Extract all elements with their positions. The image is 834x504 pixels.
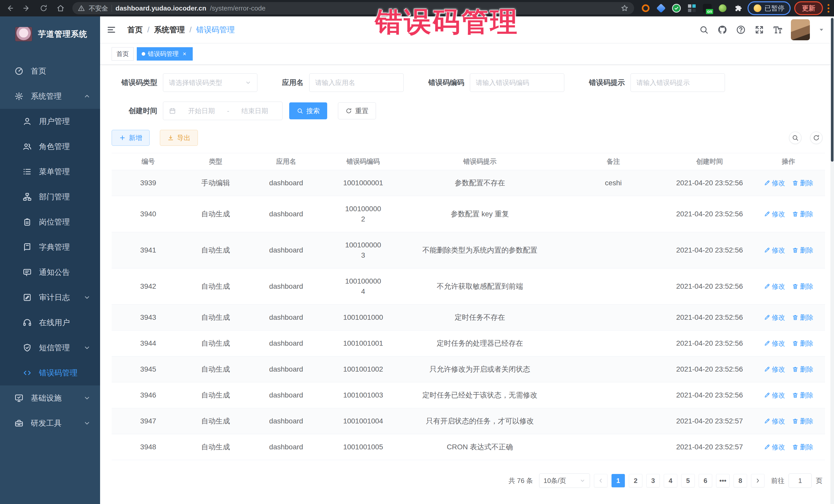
sidebar-menu-item[interactable]: 岗位管理 (0, 210, 100, 235)
sidebar-menu-item[interactable]: 系统管理 (0, 84, 100, 109)
page-scrollbar[interactable] (830, 17, 834, 504)
search-button[interactable]: 搜索 (289, 103, 327, 119)
page-number-button[interactable]: 3 (646, 474, 660, 487)
toggle-search-button[interactable] (789, 132, 802, 144)
delete-link[interactable]: 删除 (792, 338, 813, 349)
edit-link[interactable]: 修改 (764, 209, 785, 219)
export-button[interactable]: 导出 (160, 130, 198, 146)
help-icon[interactable] (736, 24, 746, 35)
menu-item-label: 首页 (31, 66, 46, 76)
edit-link[interactable]: 修改 (764, 281, 785, 291)
avatar-caret-icon[interactable] (817, 26, 825, 34)
sidebar-menu-item[interactable]: 首页 (0, 59, 100, 84)
prev-page-button[interactable] (594, 474, 608, 487)
delete-link[interactable]: 删除 (792, 416, 813, 426)
error-type-select[interactable]: 请选择错误码类型 (163, 73, 257, 92)
sidebar-menu-item[interactable]: 通知公告 (0, 260, 100, 285)
app-logo-row[interactable]: 芋道管理系统 (0, 17, 100, 52)
browser-menu-icon[interactable] (828, 4, 829, 13)
address-bar[interactable]: 不安全 dashboard.yudao.iocoder.cn/system/er… (72, 2, 634, 14)
end-date-placeholder: 结束日期 (233, 107, 277, 115)
edit-link[interactable]: 修改 (764, 442, 785, 452)
breadcrumb-item[interactable]: 首页 (127, 25, 143, 35)
sidebar-collapse-icon[interactable] (106, 24, 117, 36)
cell-actions: 修改 删除 (752, 330, 825, 356)
sidebar-menu-item[interactable]: 在线用户 (0, 310, 100, 335)
sidebar-menu-item[interactable]: 菜单管理 (0, 159, 100, 184)
github-icon[interactable] (717, 24, 728, 35)
date-range-picker[interactable]: 开始日期 - 结束日期 (163, 102, 283, 120)
extension-gem-icon[interactable] (656, 3, 666, 13)
edit-link[interactable]: 修改 (764, 245, 785, 255)
extension-tampermonkey-icon[interactable]: on (702, 3, 712, 13)
extension-ring-icon[interactable] (641, 3, 651, 13)
page-number-button[interactable]: ••• (716, 474, 729, 487)
delete-link[interactable]: 删除 (792, 178, 813, 188)
app-name-input[interactable]: 请输入应用名 (309, 73, 404, 92)
paused-extension-pill[interactable]: 已暂停 (749, 2, 790, 14)
font-size-icon[interactable] (772, 24, 783, 35)
page-number-button[interactable]: 4 (664, 474, 677, 487)
sidebar-menu-item[interactable]: 角色管理 (0, 134, 100, 159)
refresh-table-button[interactable] (810, 132, 822, 144)
sidebar-menu-item[interactable]: 研发工具 (0, 411, 100, 436)
cell-time: 2021-04-20 23:52:56 (667, 330, 752, 356)
sidebar-menu-item[interactable]: 审计日志 (0, 285, 100, 310)
next-page-button[interactable] (751, 474, 765, 487)
cell-actions: 修改 删除 (752, 305, 825, 330)
tab-close-icon[interactable]: × (181, 50, 188, 57)
cell-code: 1001001003 (326, 382, 400, 408)
edit-link[interactable]: 修改 (764, 312, 785, 323)
page-number-button[interactable]: 8 (734, 474, 747, 487)
extensions-puzzle-icon[interactable] (733, 3, 743, 13)
page-number-button[interactable]: 1 (612, 474, 625, 487)
sidebar-menu-item[interactable]: 错误码管理 (0, 360, 100, 386)
fullscreen-icon[interactable] (754, 24, 765, 35)
sidebar-menu-item[interactable]: 基础设施 (0, 386, 100, 411)
delete-link[interactable]: 删除 (792, 245, 813, 255)
error-code-input[interactable]: 请输入错误码编码 (470, 73, 564, 92)
extension-grid-icon[interactable] (687, 3, 697, 13)
browser-update-button[interactable]: 更新 (795, 2, 822, 14)
sidebar-menu-item[interactable]: 用户管理 (0, 109, 100, 134)
browser-forward-button[interactable] (22, 3, 32, 13)
browser-reload-button[interactable] (39, 3, 49, 13)
breadcrumb-item[interactable]: 错误码管理 (196, 25, 235, 35)
extension-key-icon[interactable] (718, 3, 727, 13)
reset-button[interactable]: 重置 (338, 103, 376, 119)
edit-link[interactable]: 修改 (764, 178, 785, 188)
sidebar-menu-item[interactable]: 短信管理 (0, 335, 100, 360)
delete-link[interactable]: 删除 (792, 390, 813, 400)
cell-code: 1001001000 (326, 305, 400, 330)
scrollbar-thumb[interactable] (831, 18, 833, 162)
extension-green-check-icon[interactable] (672, 3, 681, 13)
page-number-button[interactable]: 5 (681, 474, 695, 487)
table-row: 3941 自动生成 dashboard 100100000 3 不能删除类型为系… (112, 232, 825, 268)
header-search-icon[interactable] (699, 24, 709, 35)
delete-link[interactable]: 删除 (792, 209, 813, 219)
edit-link[interactable]: 修改 (764, 338, 785, 349)
error-msg-input[interactable]: 请输入错误码提示 (631, 73, 725, 92)
edit-link[interactable]: 修改 (764, 390, 785, 400)
user-avatar[interactable] (791, 19, 810, 40)
delete-link[interactable]: 删除 (792, 364, 813, 374)
goto-page-input[interactable] (789, 474, 812, 488)
browser-back-button[interactable] (5, 3, 15, 13)
add-button[interactable]: 新增 (112, 130, 150, 146)
delete-link[interactable]: 删除 (792, 312, 813, 323)
page-size-value: 10条/页 (544, 476, 577, 485)
delete-link[interactable]: 删除 (792, 442, 813, 452)
page-number-button[interactable]: 2 (629, 474, 642, 487)
browser-home-button[interactable] (56, 3, 66, 13)
edit-link[interactable]: 修改 (764, 364, 785, 374)
page-tab[interactable]: 错误码管理 × (137, 47, 193, 61)
page-tab[interactable]: 首页 × (112, 47, 134, 61)
page-number-button[interactable]: 6 (699, 474, 712, 487)
delete-link[interactable]: 删除 (792, 281, 813, 291)
sidebar-menu-item[interactable]: 字典管理 (0, 235, 100, 260)
edit-link[interactable]: 修改 (764, 416, 785, 426)
sidebar-menu-item[interactable]: 部门管理 (0, 184, 100, 210)
page-size-select[interactable]: 10条/页 (539, 474, 590, 488)
breadcrumb-item[interactable]: 系统管理 (154, 25, 185, 35)
bookmark-star-icon[interactable] (620, 4, 629, 13)
